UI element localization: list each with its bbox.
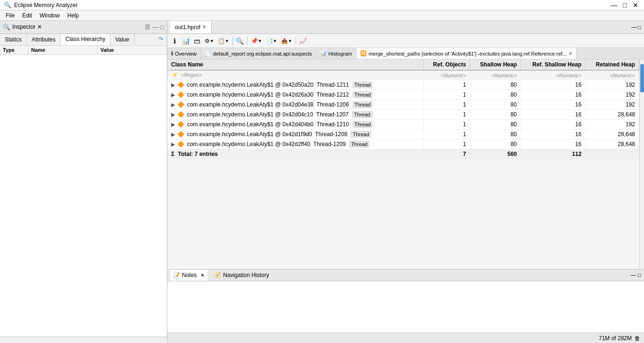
expand-icon-1[interactable]: ▶ (171, 92, 175, 98)
row-ref-4: 1 (424, 120, 471, 130)
total-label: Σ Total: 7 entries (167, 149, 424, 159)
col-type: Type (0, 46, 28, 54)
dropdown-arrow2: ▼ (225, 39, 229, 43)
toolbar-copy-dropdown[interactable]: 📋 ▼ (216, 36, 231, 46)
tab-default-report[interactable]: 📄 default_report org.eclipse.mat.api:sus… (201, 48, 316, 59)
table-row: ▶ 🔶 com.example.hcydemo.LeakAty$1 @ 0x42… (167, 120, 639, 130)
tab-statics[interactable]: Statics (0, 34, 27, 46)
thread-badge-6: Thread (349, 141, 370, 147)
memory-status: 71M of 282M (599, 335, 632, 342)
expand-icon-6[interactable]: ▶ (171, 141, 175, 147)
tab-overview[interactable]: ℹ Overview (167, 48, 201, 59)
total-ref-shallow: 112 (521, 149, 586, 159)
merge-icon: 🔀 (360, 50, 367, 57)
content-tabs: ℹ Overview 📄 default_report org.eclipse.… (167, 48, 644, 59)
bottom-maximize[interactable]: □ (638, 272, 641, 278)
editor-tab-label: out1.hprof (175, 24, 200, 31)
notes-tab-close[interactable]: ✕ (200, 272, 205, 278)
tab-overview-label: Overview (175, 51, 197, 57)
tab-nav-history[interactable]: 🧭 Navigation History (211, 270, 272, 281)
expand-icon-4[interactable]: ▶ (171, 122, 175, 127)
tab-merge-shortest-paths[interactable]: 🔀 merge_shortest_paths [selection of 'Ac… (356, 48, 577, 59)
add-tab-button[interactable]: ↷ (155, 34, 167, 46)
inspector-scrollbar[interactable] (0, 336, 167, 343)
minimize-button[interactable]: — (609, 1, 619, 9)
expand-icon-2[interactable]: ▶ (171, 102, 175, 107)
table-row: ▶ 🔶 com.example.hcydemo.LeakAty$1 @ 0x42… (167, 110, 639, 120)
tab-class-hierarchy[interactable]: Class Hierarchy (61, 34, 111, 46)
table-row: ▶ 🔶 com.example.hcydemo.LeakAty$1 @ 0x42… (167, 90, 639, 100)
inspector-menu-button[interactable]: ☰ (145, 24, 150, 31)
expand-icon-3[interactable]: ▶ (171, 112, 175, 117)
tab-merge-label: merge_shortest_paths [selection of 'Acti… (369, 51, 567, 57)
toolbar-export-dropdown[interactable]: 📤 ▼ (280, 36, 294, 46)
col-retained-heap: Retained Heap (586, 59, 639, 70)
subheader-shallow: <Numeric> (470, 70, 521, 80)
bottom-minimize[interactable]: — (630, 272, 636, 278)
close-button[interactable]: ✕ (631, 1, 640, 9)
menu-file[interactable]: File (2, 11, 18, 20)
row-shallow-1: 80 (470, 90, 521, 100)
editor-minimize-button[interactable]: — (631, 24, 637, 31)
table-row: ▶ 🔶 com.example.hcydemo.LeakAty$1 @ 0x42… (167, 130, 639, 139)
thread-badge-3: Thread (352, 111, 372, 118)
thread-badge-2: Thread (353, 101, 373, 108)
toolbar-list-dropdown[interactable]: 📑 ▼ (264, 36, 279, 46)
notes-icon: 📝 (173, 272, 180, 278)
gc-icon[interactable]: 🗑 (635, 335, 640, 342)
inspector-maximize-button[interactable]: □ (160, 24, 164, 31)
dropdown-arrow4: ▼ (273, 39, 277, 43)
notes-area[interactable] (167, 281, 644, 333)
inspector-body (0, 55, 167, 336)
toolbar-settings-dropdown[interactable]: ⚙ ▼ (203, 36, 215, 46)
row-retained-0: 192 (586, 80, 639, 90)
editor-tab-close[interactable]: ✕ (202, 24, 206, 30)
editor-tabs: out1.hprof ✕ (170, 21, 212, 33)
tab-histogram[interactable]: 📊 Histogram (316, 48, 356, 59)
subheader-ref: <Numeric> (424, 70, 471, 80)
table-row: ▶ 🔶 com.example.hcydemo.LeakAty$1 @ 0x42… (167, 100, 639, 110)
table-scrollbar[interactable] (639, 59, 644, 269)
toolbar-search-button[interactable]: 🔍 (235, 36, 245, 46)
status-bar: 71M of 282M 🗑 (167, 333, 644, 343)
toolbar-chart-button[interactable]: 📊 (181, 36, 191, 46)
dropdown-arrow5: ▼ (288, 39, 292, 43)
row-classname-5: ▶ 🔶 com.example.hcydemo.LeakAty$1 @ 0x42… (167, 130, 424, 139)
toolbar-info-button[interactable]: ℹ (169, 36, 180, 46)
editor-controls: — □ (631, 24, 641, 31)
inspector-minimize-button[interactable]: — (152, 24, 158, 31)
tab-value[interactable]: Value (110, 34, 134, 46)
expand-icon-0[interactable]: ▶ (171, 82, 175, 88)
row-shallow-3: 80 (470, 110, 521, 120)
tab-attributes[interactable]: Attributes (27, 34, 61, 46)
menu-edit[interactable]: Edit (18, 11, 36, 20)
toolbar-db-button[interactable]: 🗃 (192, 36, 202, 46)
menu-help[interactable]: Help (64, 11, 83, 20)
row-refshallow-4: 16 (521, 120, 586, 130)
row-ref-1: 1 (424, 90, 471, 100)
row-shallow-6: 80 (470, 139, 521, 149)
list-icon: 📑 (266, 38, 273, 44)
toolbar-pin-dropdown[interactable]: 📌 ▼ (249, 36, 264, 46)
tab-notes[interactable]: 📝 Notes ✕ (170, 270, 207, 281)
tab-report-label: default_report org.eclipse.mat.api:suspe… (213, 51, 312, 57)
row-ref-0: 1 (424, 80, 471, 90)
editor-maximize-button[interactable]: □ (638, 24, 641, 31)
col-name: Name (28, 46, 98, 54)
row-retained-6: 28,648 (586, 139, 639, 149)
maximize-button[interactable]: □ (621, 1, 629, 9)
table-scroll[interactable]: Class Name Ref. Objects Shallow Heap Ref… (167, 59, 639, 269)
menu-window[interactable]: Window (36, 11, 64, 20)
bottom-panel-header: 📝 Notes ✕ 🧭 Navigation History — □ (167, 269, 644, 281)
editor-header: out1.hprof ✕ — □ (167, 21, 644, 34)
main-layout: 🔍 Inspector ✕ ☰ — □ Statics Attributes C… (0, 21, 644, 343)
row-refshallow-3: 16 (521, 110, 586, 120)
toolbar-graph-button[interactable]: 📈 (298, 36, 308, 46)
toolbar-separator-1 (232, 37, 233, 45)
editor-tab-hprof[interactable]: out1.hprof ✕ (170, 21, 212, 33)
expand-icon-5[interactable]: ▶ (171, 131, 175, 137)
row-shallow-0: 80 (470, 80, 521, 90)
thread-badge-5: Thread (351, 131, 371, 138)
row-refshallow-2: 16 (521, 100, 586, 110)
merge-tab-close[interactable]: ✕ (569, 51, 572, 56)
